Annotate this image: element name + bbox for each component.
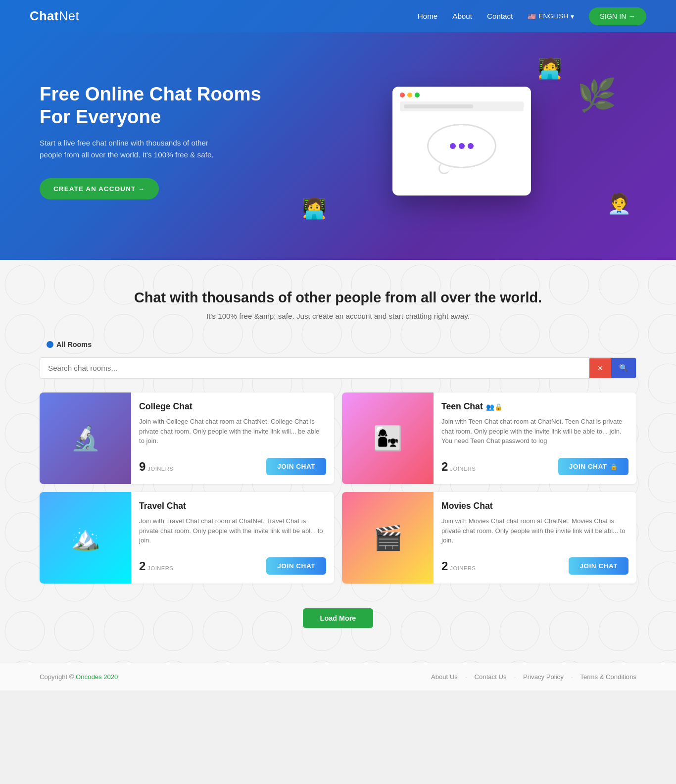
room-image-movies xyxy=(342,492,434,584)
room-card-movies: Movies Chat Join with Movies Chat chat r… xyxy=(342,492,636,584)
tab-all-rooms[interactable]: All Rooms xyxy=(40,338,98,351)
browser-bar xyxy=(400,101,524,111)
joiners-num-travel: 2 xyxy=(139,559,145,573)
footer-links: About Us · Contact Us · Privacy Policy ·… xyxy=(431,673,636,681)
joiners-label: JOINERS xyxy=(147,466,173,472)
brand-name-regular: Net xyxy=(59,9,79,23)
section-heading: Chat with thousands of other people from… xyxy=(40,290,636,306)
joiners-num-college: 9 xyxy=(139,460,145,474)
room-info-movies: Movies Chat Join with Movies Chat chat r… xyxy=(434,492,636,584)
leaf-decoration: 🌿 xyxy=(577,77,617,114)
join-chat-teen-button[interactable]: JOIN CHAT 🔒 xyxy=(558,458,628,475)
navbar: ChatNet Home About Contact 🇺🇸 ENGLISH ▾ … xyxy=(0,0,676,32)
search-clear-button[interactable]: ✕ xyxy=(589,358,611,378)
room-info-college: College Chat Join with College Chat chat… xyxy=(131,392,334,484)
main-section: Chat with thousands of other people from… xyxy=(0,260,676,663)
private-icon-teen: 👥🔒 xyxy=(486,403,503,411)
dot-red xyxy=(400,93,405,98)
nav-contact[interactable]: Contact xyxy=(487,12,513,20)
footer-sep-1: · xyxy=(465,673,467,681)
room-desc-movies: Join with Movies Chat chat room at ChatN… xyxy=(441,516,628,549)
brand-logo[interactable]: ChatNet xyxy=(30,9,79,23)
footer-link-about-us[interactable]: About Us xyxy=(431,673,458,681)
footer-sep-2: · xyxy=(514,673,516,681)
join-chat-teen-label: JOIN CHAT xyxy=(569,463,607,470)
footer-link-privacy[interactable]: Privacy Policy xyxy=(523,673,564,681)
room-card-teen: Teen Chat 👥🔒 Join with Teen Chat chat ro… xyxy=(342,392,636,484)
room-footer-movies: 2 JOINERS JOIN CHAT xyxy=(441,557,628,575)
room-footer-teen: 2 JOINERS JOIN CHAT 🔒 xyxy=(441,458,628,475)
chat-window-illustration xyxy=(392,87,531,196)
bubble-dot-3 xyxy=(468,143,474,149)
copyright-text: Copyright © xyxy=(40,673,74,681)
footer-link-terms[interactable]: Terms & Conditions xyxy=(580,673,636,681)
footer-link-contact-us[interactable]: Contact Us xyxy=(475,673,507,681)
figure-tablet: 🧑‍💼 xyxy=(607,192,631,215)
url-bar xyxy=(404,104,473,108)
rooms-grid: College Chat Join with College Chat chat… xyxy=(40,392,636,584)
figure-laptop: 👩‍💻 xyxy=(302,197,327,220)
join-chat-travel-button[interactable]: JOIN CHAT xyxy=(266,557,326,575)
room-card-travel: Travel Chat Join with Travel Chat chat r… xyxy=(40,492,334,584)
footer: Copyright © Oncodes 2020 About Us · Cont… xyxy=(0,663,676,690)
hero-title: Free Online Chat Rooms For Everyone xyxy=(40,83,287,128)
room-info-travel: Travel Chat Join with Travel Chat chat r… xyxy=(131,492,334,584)
footer-copyright: Copyright © Oncodes 2020 xyxy=(40,673,118,681)
joiners-college: 9 JOINERS xyxy=(139,460,173,474)
tabs-bar: All Rooms xyxy=(40,338,636,351)
joiners-teen: 2 JOINERS xyxy=(441,460,476,474)
nav-home[interactable]: Home xyxy=(418,12,438,20)
figure-sitting-top: 🧑‍💻 xyxy=(537,57,562,80)
room-card-college: College Chat Join with College Chat chat… xyxy=(40,392,334,484)
chat-bubble xyxy=(427,124,496,168)
hero-section: Free Online Chat Rooms For Everyone Star… xyxy=(0,32,676,260)
join-chat-college-button[interactable]: JOIN CHAT xyxy=(266,458,326,475)
flag-icon: 🇺🇸 xyxy=(528,12,536,20)
language-selector[interactable]: 🇺🇸 ENGLISH ▾ xyxy=(528,12,574,20)
room-image-travel xyxy=(40,492,131,584)
room-footer-travel: 2 JOINERS JOIN CHAT xyxy=(139,557,326,575)
room-image-college xyxy=(40,392,131,484)
load-more-container: Load More xyxy=(40,598,636,633)
tab-dot-icon xyxy=(47,341,53,348)
room-desc-teen: Join with Teen Chat chat room at ChatNet… xyxy=(441,417,628,450)
nav-links: Home About Contact 🇺🇸 ENGLISH ▾ SIGN IN … xyxy=(418,7,646,25)
search-bar: ✕ 🔍 xyxy=(40,357,636,379)
joiners-travel: 2 JOINERS xyxy=(139,559,173,573)
language-label: ENGLISH xyxy=(538,12,568,20)
room-name-movies: Movies Chat xyxy=(441,501,628,511)
joiners-label-teen: JOINERS xyxy=(450,466,476,472)
lock-icon-teen: 🔒 xyxy=(610,463,618,470)
sign-in-button[interactable]: SIGN IN → xyxy=(589,7,646,25)
section-title: Chat with thousands of other people from… xyxy=(40,290,636,306)
copyright-brand-link[interactable]: Oncodes 2020 xyxy=(76,673,118,681)
room-image-teen xyxy=(342,392,434,484)
dot-green xyxy=(415,93,420,98)
load-more-button[interactable]: Load More xyxy=(303,608,374,628)
joiners-num-teen: 2 xyxy=(441,460,448,474)
joiners-movies: 2 JOINERS xyxy=(441,559,476,573)
hero-content: Free Online Chat Rooms For Everyone Star… xyxy=(40,83,287,200)
brand-name-bold: Chat xyxy=(30,9,59,23)
room-name-college: College Chat xyxy=(139,401,326,412)
joiners-label-travel: JOINERS xyxy=(147,565,173,571)
bubble-dot-1 xyxy=(450,143,456,149)
create-account-button[interactable]: CREATE AN ACCOUNT → xyxy=(40,178,159,199)
dot-yellow xyxy=(407,93,412,98)
joiners-label-movies: JOINERS xyxy=(450,565,476,571)
search-input[interactable] xyxy=(40,358,589,378)
join-chat-movies-button[interactable]: JOIN CHAT xyxy=(569,557,628,575)
hero-illustration: 🌿 🧑‍💻 👩‍💻 🧑‍💼 xyxy=(287,62,636,220)
chevron-down-icon: ▾ xyxy=(571,12,574,20)
room-name-teen: Teen Chat 👥🔒 xyxy=(441,401,628,412)
room-desc-college: Join with College Chat chat room at Chat… xyxy=(139,417,326,450)
room-footer-college: 9 JOINERS JOIN CHAT xyxy=(139,458,326,475)
hero-subtitle: Start a live free chat online with thous… xyxy=(40,137,228,161)
nav-about[interactable]: About xyxy=(452,12,472,20)
room-info-teen: Teen Chat 👥🔒 Join with Teen Chat chat ro… xyxy=(434,392,636,484)
search-go-button[interactable]: 🔍 xyxy=(611,358,636,378)
room-desc-travel: Join with Travel Chat chat room at ChatN… xyxy=(139,516,326,549)
room-name-travel: Travel Chat xyxy=(139,501,326,511)
tab-all-rooms-label: All Rooms xyxy=(56,341,92,348)
joiners-num-movies: 2 xyxy=(441,559,448,573)
